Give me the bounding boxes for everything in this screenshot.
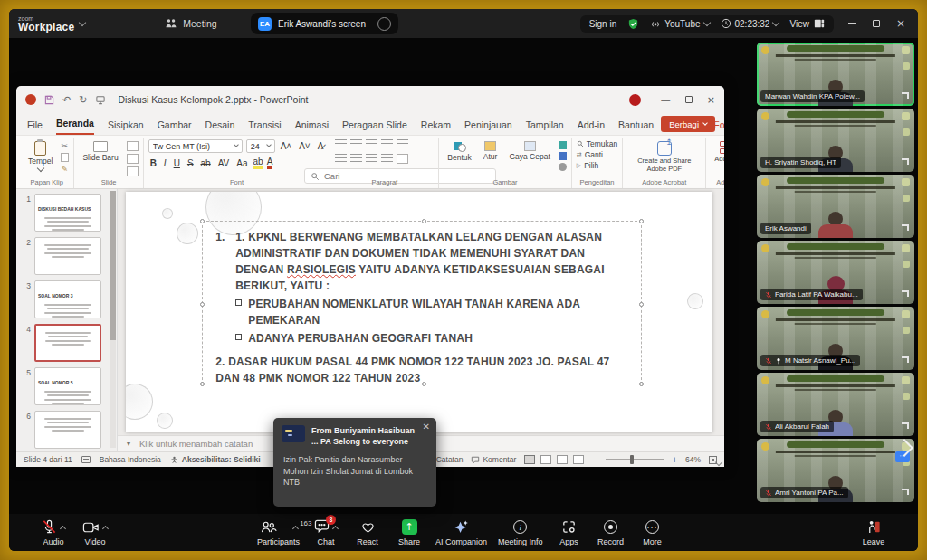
- clear-format-icon[interactable]: A̷: [316, 141, 326, 151]
- shapes-button[interactable]: Bentuk: [444, 139, 474, 165]
- participant-video-tile[interactable]: ⋯ Marwan Wahdin KPA Polew...: [757, 43, 914, 106]
- current-slide[interactable]: 1. 1. KPKNL BERWENANG MEMBATALKAN LELANG…: [126, 192, 712, 432]
- tab-shared-screen[interactable]: EA Erik Aswandi's screen ⋯: [251, 13, 398, 34]
- underline-button[interactable]: U: [172, 158, 182, 168]
- slide-thumbnail[interactable]: 6: [22, 411, 108, 449]
- slide-thumbnail-preview[interactable]: [34, 411, 101, 449]
- menu-tab[interactable]: Beranda: [56, 118, 94, 135]
- new-slide-button[interactable]: Slide Baru: [79, 139, 121, 165]
- addins-button[interactable]: Add-ins: [711, 139, 724, 166]
- slide-thumbnail[interactable]: 3 SOAL NOMOR 3: [22, 280, 108, 318]
- chat-button[interactable]: 3 Chat: [305, 519, 347, 546]
- indent-increase-icon[interactable]: [381, 139, 393, 149]
- close-icon[interactable]: ×: [896, 18, 905, 29]
- slide-reset-icon[interactable]: [127, 154, 139, 164]
- line-spacing-icon[interactable]: [397, 139, 408, 149]
- font-name-combo[interactable]: Tw Cen MT (Isi): [148, 139, 243, 153]
- copy-icon[interactable]: [61, 153, 69, 162]
- menu-tab[interactable]: Add-in: [578, 119, 605, 135]
- ppt-minimize-icon[interactable]: —: [661, 94, 671, 106]
- save-icon[interactable]: [44, 95, 54, 105]
- menu-tab[interactable]: Desain: [205, 119, 235, 135]
- italic-button[interactable]: I: [162, 158, 168, 168]
- participant-video-tile[interactable]: ⋯ Amri Yantoni PA Pa...: [757, 439, 914, 502]
- participant-video-tile[interactable]: ⋯ Farida Latif PA Waikabu...: [757, 241, 914, 304]
- view-button[interactable]: View: [789, 18, 825, 29]
- char-spacing-icon[interactable]: AV: [216, 158, 232, 168]
- strike-ab-icon[interactable]: ab: [199, 158, 213, 168]
- chat-notification-popup[interactable]: ✕ From Buniyamin Hasibuan ... PA Selong …: [273, 418, 436, 507]
- chevron-down-icon[interactable]: [79, 18, 86, 25]
- menu-tab[interactable]: Transisi: [248, 119, 281, 135]
- youtube-live-button[interactable]: YouTube: [650, 18, 709, 29]
- menu-tab[interactable]: Sisipkan: [108, 119, 144, 135]
- redo-icon[interactable]: ↻: [79, 94, 87, 106]
- text-direction-icon[interactable]: [397, 154, 408, 164]
- participant-video-tile[interactable]: ⋯ M Natsir Asnawi_Pu...: [757, 307, 914, 370]
- slide-thumbnail[interactable]: 2: [22, 237, 108, 275]
- collapse-notes-icon[interactable]: ▾: [127, 440, 130, 448]
- replace-button[interactable]: ⇄ Ganti: [577, 150, 618, 159]
- meeting-timer[interactable]: 02:23:32: [721, 18, 779, 29]
- slide-thumbnail[interactable]: 4: [22, 324, 108, 362]
- quick-styles-button[interactable]: Gaya Cepat: [505, 139, 553, 164]
- zoom-in-button[interactable]: +: [672, 455, 677, 465]
- font-color-button[interactable]: A: [267, 157, 273, 169]
- leave-button[interactable]: Leave: [853, 519, 894, 546]
- chevron-up-icon[interactable]: [60, 526, 66, 532]
- present-icon[interactable]: [95, 95, 106, 105]
- shape-outline-icon[interactable]: [559, 152, 567, 160]
- menu-tab[interactable]: Peninjauan: [464, 119, 512, 135]
- bold-button[interactable]: B: [148, 158, 158, 168]
- thumbnail-scrollbar[interactable]: [110, 191, 116, 448]
- slide-thumbnail-preview[interactable]: SOAL NOMOR 5: [34, 367, 101, 405]
- undo-icon[interactable]: ↶: [62, 94, 71, 106]
- minimize-icon[interactable]: [848, 23, 856, 24]
- shape-fill-icon[interactable]: [559, 141, 567, 149]
- adobe-pdf-button[interactable]: Create and Share Adobe PDF: [627, 139, 701, 175]
- strikethrough-button[interactable]: S: [186, 158, 196, 168]
- grow-font-icon[interactable]: A˄: [279, 141, 294, 151]
- participant-video-tile[interactable]: ⋯ H. Sriyatin Shodiq, HT: [757, 109, 914, 172]
- zoom-slider[interactable]: [606, 459, 664, 460]
- align-right-icon[interactable]: [366, 154, 377, 164]
- participant-video-tile[interactable]: ⋯ Erik Aswandi: [757, 175, 914, 238]
- select-button[interactable]: ▷ Pilih: [577, 161, 618, 170]
- reading-view-button[interactable]: [557, 455, 568, 464]
- slide-section-icon[interactable]: [127, 166, 139, 176]
- justify-icon[interactable]: [381, 154, 393, 164]
- record-button[interactable]: Record: [590, 519, 632, 546]
- slide-thumbnail-preview[interactable]: [34, 237, 101, 275]
- slide-thumbnail-preview[interactable]: DISKUSI BEDAH KASUS: [34, 194, 101, 232]
- zoom-slider-thumb[interactable]: [630, 455, 634, 464]
- fit-slide-icon[interactable]: [709, 456, 717, 464]
- bullet-list-icon[interactable]: [335, 139, 347, 149]
- menu-tab[interactable]: Animasi: [295, 119, 329, 135]
- menu-tab[interactable]: Gambar: [158, 119, 192, 135]
- menu-tab[interactable]: Format Bentuk: [713, 119, 724, 135]
- slide-thumbnail[interactable]: 5 SOAL NOMOR 5: [22, 367, 108, 405]
- menu-tab[interactable]: Peragaan Slide: [342, 119, 407, 135]
- participants-button[interactable]: 163 Participants: [252, 519, 305, 546]
- berbagi-share-button[interactable]: Berbagi: [661, 116, 715, 132]
- tab-meeting[interactable]: Meeting: [165, 18, 216, 29]
- slide-thumbnail[interactable]: 1 DISKUSI BEDAH KASUS: [22, 194, 108, 232]
- chevron-up-icon[interactable]: [102, 526, 109, 532]
- indent-decrease-icon[interactable]: [366, 139, 377, 149]
- slide-text-box[interactable]: 1. 1. KPKNL BERWENANG MEMBATALKAN LELANG…: [202, 221, 642, 384]
- audio-button[interactable]: Audio: [33, 519, 74, 546]
- chevron-up-icon[interactable]: [291, 526, 298, 532]
- ppt-maximize-icon[interactable]: [685, 96, 693, 103]
- sign-in-button[interactable]: Sign in: [589, 19, 617, 29]
- font-size-combo[interactable]: 24: [246, 139, 275, 153]
- format-painter-icon[interactable]: ✎: [61, 165, 69, 174]
- menu-tab[interactable]: File: [27, 119, 43, 135]
- zoom-out-button[interactable]: −: [592, 455, 597, 465]
- slide-layout-icon[interactable]: [127, 141, 139, 151]
- shape-effects-icon[interactable]: [559, 163, 567, 171]
- tab-options-icon[interactable]: ⋯: [377, 17, 391, 31]
- video-button[interactable]: Video: [74, 519, 116, 546]
- slideshow-button[interactable]: [573, 455, 584, 464]
- participant-video-tile[interactable]: ⋯ Ali Akbarul Falah: [757, 373, 914, 436]
- paste-button[interactable]: Tempel: [24, 139, 56, 173]
